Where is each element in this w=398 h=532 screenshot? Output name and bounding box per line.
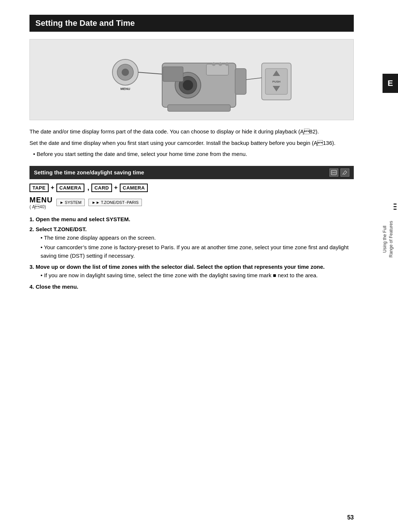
main-content: Setting the Date and Time MENU — [29, 0, 354, 316]
step-2-bullet-2: Your camcorder’s time zone is factory-pr… — [29, 243, 354, 260]
svg-rect-14 — [235, 69, 246, 94]
mode-row: TAPE + CAMERA , CARD + CAMERA — [29, 184, 354, 192]
svg-rect-15 — [168, 105, 230, 111]
svg-rect-9 — [206, 64, 228, 75]
menu-row: MENU ( Ą40) ► SYSTEM ►► T.ZONE/DST··PAR… — [29, 196, 354, 209]
sidebar-decoration — [394, 204, 397, 210]
page-title: Setting the Date and Time — [29, 15, 354, 32]
svg-point-2 — [122, 69, 129, 76]
svg-rect-13 — [163, 67, 183, 81]
page-number: 53 — [347, 514, 354, 521]
sidebar-text: Using the Full Range of Features — [382, 221, 394, 257]
svg-point-10 — [212, 62, 216, 66]
svg-point-11 — [219, 62, 222, 66]
camera-badge-1: CAMERA — [56, 184, 84, 192]
svg-line-21 — [246, 78, 262, 80]
plus-1: + — [51, 184, 54, 191]
svg-point-23 — [332, 172, 334, 173]
step-4: 4. Close the menu. — [29, 284, 354, 290]
camera-badge-2: CAMERA — [120, 184, 148, 192]
svg-point-12 — [225, 62, 229, 66]
svg-point-8 — [183, 80, 193, 90]
menu-ref: ( Ą40) — [29, 204, 46, 209]
step-3-text: 3. Move up or down the list of time zone… — [29, 264, 354, 270]
svg-text:MENU: MENU — [121, 87, 130, 91]
camera-illustration: MENU — [29, 39, 354, 120]
intro-paragraph-2: Set the date and time display when you f… — [29, 139, 354, 147]
system-nav-item: ► SYSTEM — [56, 199, 85, 206]
sidebar-e-letter: E — [383, 74, 398, 93]
step-1-text: 1. Open the menu and select SYSTEM. — [29, 216, 354, 222]
menu-arrow-system: ► SYSTEM — [56, 199, 85, 206]
pencil-icon — [341, 168, 349, 177]
step-2: 2. Select T.ZONE/DST. The time zone disp… — [29, 226, 354, 260]
plus-2: + — [114, 184, 118, 191]
section-icons — [329, 168, 349, 177]
bullet-before-section: • Before you start setting the date and … — [29, 150, 354, 159]
section-heading: Setting the time zone/daylight saving ti… — [29, 166, 354, 179]
step-2-bullet-1: The time zone display appears on the scr… — [29, 234, 354, 242]
menu-arrow-tzone: ►► T.ZONE/DST··PARIS — [88, 199, 142, 206]
intro-paragraph-1: The date and/or time display forms part … — [29, 128, 354, 136]
menu-word: MENU — [29, 196, 53, 204]
tape-icon — [329, 168, 338, 177]
step-4-text: 4. Close the menu. — [29, 284, 354, 290]
step-2-text: 2. Select T.ZONE/DST. — [29, 226, 354, 232]
comma: , — [87, 184, 89, 192]
step-3-bullet-1: If you are now in daylight saving time, … — [29, 271, 354, 280]
step-3: 3. Move up or down the list of time zone… — [29, 264, 354, 280]
tape-badge: TAPE — [29, 184, 49, 192]
card-badge: CARD — [91, 184, 112, 192]
svg-line-4 — [138, 72, 162, 74]
menu-label-block: MENU ( Ą40) — [29, 196, 53, 209]
tzone-nav-item: ►► T.ZONE/DST··PARIS — [88, 199, 142, 206]
right-sidebar: E Using the Full Range of Features — [357, 0, 398, 532]
steps-container: 1. Open the menu and select SYSTEM. 2. S… — [29, 216, 354, 290]
svg-point-24 — [334, 172, 336, 173]
svg-line-26 — [343, 174, 343, 175]
step-1: 1. Open the menu and select SYSTEM. — [29, 216, 354, 222]
svg-text:PUSH: PUSH — [272, 80, 280, 83]
